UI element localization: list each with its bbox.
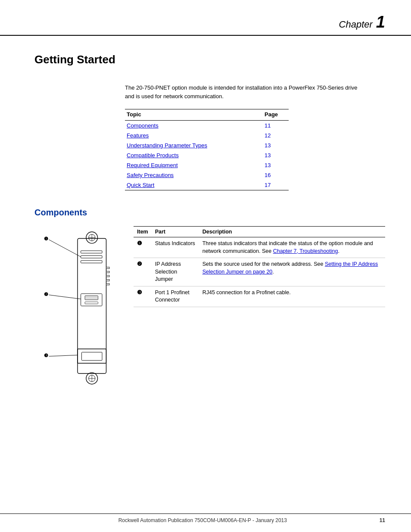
comp-row: ❶Status IndicatorsThree status indicator… — [134, 237, 385, 258]
comp-description: RJ45 connection for a Profinet cable. — [199, 286, 385, 307]
device-svg: ❶ ❷ ❸ — [34, 226, 121, 390]
svg-rect-10 — [81, 255, 102, 258]
toc-topic[interactable]: Components — [125, 121, 263, 131]
toc-topic[interactable]: Features — [125, 131, 263, 140]
comp-row: ❸Port 1 Profinet ConnectorRJ45 connectio… — [134, 286, 385, 307]
toc-row: Features12 — [125, 131, 289, 140]
svg-rect-13 — [85, 296, 98, 300]
toc-topic[interactable]: Quick Start — [125, 180, 263, 190]
chapter-header: Chapter1 — [0, 0, 411, 36]
toc-row: Compatible Products13 — [125, 150, 289, 160]
toc-topic[interactable]: Compatible Products — [125, 150, 263, 160]
toc-row: Quick Start17 — [125, 180, 289, 190]
page-container: Chapter1 Getting Started The 20-750-PNET… — [0, 0, 411, 532]
comp-item-number: ❸ — [134, 286, 152, 307]
footer-publication: Rockwell Automation Publication 750COM-U… — [26, 517, 380, 523]
components-section: Components — [34, 208, 385, 391]
main-content: Getting Started The 20-750-PNET option m… — [0, 36, 411, 400]
svg-rect-16 — [82, 352, 103, 361]
toc-topic[interactable]: Required Equipment — [125, 160, 263, 170]
chapter-label: Chapter — [339, 19, 373, 30]
toc-page[interactable]: 16 — [263, 170, 289, 180]
device-diagram: ❶ ❷ ❸ — [34, 226, 121, 391]
page-footer: Rockwell Automation Publication 750COM-U… — [0, 513, 411, 523]
toc-page[interactable]: 13 — [263, 150, 289, 160]
comp-part-name: Status Indicators — [152, 237, 199, 258]
comp-item-number: ❷ — [134, 258, 152, 286]
svg-line-18 — [49, 240, 81, 257]
toc-topic[interactable]: Safety Precautions — [125, 170, 263, 180]
comp-row: ❷IP Address Selection JumperSets the sou… — [134, 258, 385, 286]
toc-row: Understanding Parameter Types13 — [125, 140, 289, 150]
svg-rect-25 — [106, 275, 110, 277]
comp-part-name: Port 1 Profinet Connector — [152, 286, 199, 307]
footer-page-number: 11 — [380, 517, 385, 523]
toc-page[interactable]: 17 — [263, 180, 289, 190]
toc-row: Required Equipment13 — [125, 160, 289, 170]
svg-rect-11 — [81, 261, 102, 263]
svg-text:❶: ❶ — [44, 236, 48, 241]
toc-col-topic: Topic — [125, 109, 263, 121]
toc-page[interactable]: 12 — [263, 131, 289, 140]
toc-page[interactable]: 13 — [263, 160, 289, 170]
toc-row: Components11 — [125, 121, 289, 131]
comp-col-item: Item — [134, 227, 152, 237]
components-content: ❶ ❷ ❸ — [34, 226, 385, 391]
page-title: Getting Started — [34, 53, 385, 66]
svg-rect-27 — [106, 283, 110, 285]
toc-topic[interactable]: Understanding Parameter Types — [125, 140, 263, 150]
comp-col-desc: Description — [199, 227, 385, 237]
svg-rect-14 — [85, 302, 98, 304]
components-table: Item Part Description ❶Status Indicators… — [134, 226, 385, 307]
toc-row: Safety Precautions16 — [125, 170, 289, 180]
comp-part-name: IP Address Selection Jumper — [152, 258, 199, 286]
components-title: Components — [34, 208, 385, 218]
toc-table: Topic Page Components11Features12Underst… — [125, 109, 289, 190]
svg-text:❷: ❷ — [44, 292, 48, 297]
svg-rect-24 — [106, 271, 110, 273]
comp-item-number: ❶ — [134, 237, 152, 258]
svg-line-20 — [49, 295, 81, 299]
intro-paragraph: The 20-750-PNET option module is intende… — [125, 84, 366, 100]
comp-description: Three status indicators that indicate th… — [199, 237, 385, 258]
svg-rect-23 — [106, 267, 110, 269]
chapter-number: 1 — [376, 13, 385, 31]
toc-col-page: Page — [263, 109, 289, 121]
svg-line-22 — [49, 355, 78, 356]
svg-text:❸: ❸ — [44, 353, 48, 358]
svg-rect-26 — [106, 280, 110, 281]
toc-page[interactable]: 11 — [263, 121, 289, 131]
comp-col-part: Part — [152, 227, 199, 237]
svg-rect-9 — [81, 251, 102, 253]
comp-description: Sets the source used for the network add… — [199, 258, 385, 286]
toc-page[interactable]: 13 — [263, 140, 289, 150]
